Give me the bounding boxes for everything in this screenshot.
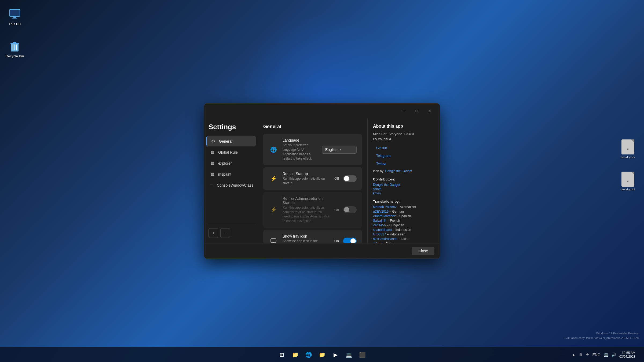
language-value: English	[325, 147, 338, 152]
console-icon: ▭	[210, 183, 214, 188]
translation-item: seanardhana – Indonesian	[373, 228, 434, 232]
monitor-small-icon	[270, 238, 276, 243]
tray-volume-icon[interactable]: 🔊	[610, 352, 617, 358]
svg-rect-10	[271, 239, 276, 242]
tray-display-icon[interactable]: 💻	[603, 352, 609, 358]
startup-control: Off	[334, 175, 357, 182]
admin-startup-card: ⚡ Run as Administrator on Startup Run th…	[263, 192, 362, 228]
contributor-dongle[interactable]: Dongle the Gadget	[373, 183, 434, 187]
admin-startup-info: Run as Administrator on Startup Run this…	[283, 196, 330, 223]
sidebar: Settings ⚙ General ▦ Global Rule ▦ explo…	[204, 119, 258, 243]
contributor-krlvm[interactable]: krlvm	[373, 191, 434, 195]
translation-item: SaiyajinK – French	[373, 219, 434, 223]
admin-startup-name: Run as Administrator on Startup	[283, 196, 330, 205]
window-controls: − □ ✕	[398, 107, 436, 115]
taskbar-explorer[interactable]: 📁	[289, 349, 301, 361]
show-desktop-button[interactable]	[638, 349, 640, 360]
language-info: Language Set your preferred language for…	[283, 138, 317, 161]
sidebar-item-global-rule[interactable]: ▦ Global Rule	[206, 147, 256, 157]
translation-item: Amaro Martinez – Spanish	[373, 214, 434, 218]
contributor-sitiom[interactable]: sitiom	[373, 187, 434, 191]
admin-startup-toggle	[343, 206, 357, 213]
twitter-link[interactable]: Twitter	[373, 160, 434, 167]
tray-name: Show tray icon	[283, 234, 330, 238]
tray-bluetooth-icon[interactable]: ☂	[585, 352, 590, 358]
language-control: English ▾	[322, 146, 357, 154]
tray-network-icon[interactable]: 🖥	[578, 352, 584, 358]
desktop: This PC Recycle Bin ini desktop.ini ini …	[0, 0, 644, 362]
about-title: About this app	[373, 124, 434, 129]
section-title: General	[263, 124, 362, 130]
startup-name: Run on Startup	[283, 172, 330, 176]
sidebar-item-console[interactable]: ▭ ConsoleWindowClass	[206, 180, 256, 190]
sidebar-console-label: ConsoleWindowClass	[217, 183, 253, 187]
general-icon: ⚙	[210, 139, 216, 144]
tray-toggle-knob	[350, 238, 356, 243]
startup-toggle-knob	[344, 176, 349, 181]
tray-toggle-label: On	[334, 239, 339, 243]
taskbar-right: ▲ 🖥 ☂ ENG 💻 🔊 12:55 AM 03/07/2023	[571, 349, 640, 360]
telegram-link[interactable]: Telegram	[373, 152, 434, 159]
startup-desc: Run this app automatically on startup.	[283, 176, 330, 186]
minimize-button[interactable]: −	[398, 107, 410, 115]
startup-toggle-label: Off	[334, 176, 339, 180]
admin-toggle-knob	[344, 207, 349, 212]
tray-lang-icon[interactable]: ENG	[591, 352, 602, 358]
bottom-bar: Close	[204, 243, 440, 258]
translation-item: Merhab Poladov – Azerbaijani	[373, 205, 434, 209]
settings-title: Settings	[206, 121, 256, 135]
tray-icon-card: Show tray icon Show the app icon in the …	[263, 230, 362, 243]
sidebar-item-explorer[interactable]: ▦ explorer	[206, 158, 256, 168]
sidebar-general-label: General	[219, 139, 232, 143]
modal-overlay: − □ ✕ Settings ⚙ General ▦ Global Rule	[0, 0, 644, 362]
mspaint-icon: ▦	[210, 172, 215, 177]
tray-info: Show tray icon Show the app icon in the …	[283, 234, 330, 243]
right-panel: About this app Mica For Everyone 1.3.0.0…	[367, 119, 440, 243]
tray-toggle[interactable]	[343, 238, 357, 243]
startup-card: ⚡ Run on Startup Run this app automatica…	[263, 167, 362, 190]
translation-item: Zan1456 – Hungarian	[373, 223, 434, 227]
maximize-button[interactable]: □	[411, 107, 423, 115]
language-desc: Set your preferred language for UI. Appl…	[283, 143, 317, 161]
taskbar-clock[interactable]: 12:55 AM 03/07/2023	[619, 351, 635, 359]
window-close-button[interactable]: ✕	[424, 107, 436, 115]
contributors-title: Contributors:	[373, 177, 434, 181]
tray-control: On	[334, 238, 357, 243]
language-card: 🌐 Language Set your preferred language f…	[263, 134, 362, 165]
taskbar-files[interactable]: 📁	[316, 349, 328, 361]
icon-credit-link[interactable]: Dongle the Gadget	[385, 169, 412, 173]
admin-startup-control: Off	[334, 206, 357, 213]
start-button[interactable]: ⊞	[276, 349, 288, 361]
sidebar-item-general[interactable]: ⚙ General	[206, 136, 256, 146]
sidebar-item-mspaint[interactable]: ▦ mspaint	[206, 169, 256, 179]
translation-item: GID0317 – Indonesian	[373, 232, 434, 236]
admin-startup-desc: Run this app automatically as administra…	[283, 205, 330, 223]
tray-desc: Show the app icon in the notification ar…	[283, 239, 330, 243]
taskbar-media[interactable]: ▶	[330, 349, 341, 361]
main-content: General 🌐 Language Set your preferred la…	[258, 119, 367, 243]
sidebar-mspaint-label: mspaint	[218, 172, 231, 176]
taskbar-browser[interactable]: 🌐	[303, 349, 314, 361]
language-icon: 🌐	[269, 145, 278, 154]
global-rule-icon: ▦	[210, 150, 215, 155]
github-link[interactable]: GitHub	[373, 144, 434, 152]
contributors-section: Contributors: Dongle the Gadget sitiom k…	[373, 177, 434, 195]
sidebar-global-rule-label: Global Rule	[218, 150, 238, 154]
startup-toggle[interactable]	[343, 175, 357, 182]
settings-body: Settings ⚙ General ▦ Global Rule ▦ explo…	[204, 119, 440, 243]
taskbar: ⊞ 📁 🌐 📁 ▶ 💻 ⬛ ▲ 🖥 ☂ ENG 💻 🔊 12:55 AM 03/…	[0, 347, 644, 362]
explorer-icon: ▦	[210, 161, 215, 166]
taskbar-app[interactable]: ⬛	[356, 349, 368, 361]
tray-icon-icon	[269, 236, 278, 243]
translation-item: alessandrocaseti – Italian	[373, 237, 434, 241]
taskbar-terminal[interactable]: 💻	[343, 349, 355, 361]
tray-expand-icon[interactable]: ▲	[571, 352, 577, 358]
translations-section: Translations by: Merhab Poladov – Azerba…	[373, 200, 434, 243]
sidebar-footer: + −	[206, 225, 256, 241]
icon-by: Icon by: Dongle the Gadget	[373, 169, 434, 173]
add-button[interactable]: +	[208, 228, 218, 238]
admin-toggle-label: Off	[334, 208, 339, 212]
language-dropdown[interactable]: English ▾	[322, 146, 357, 154]
remove-button[interactable]: −	[220, 228, 230, 238]
close-button[interactable]: Close	[412, 247, 434, 255]
